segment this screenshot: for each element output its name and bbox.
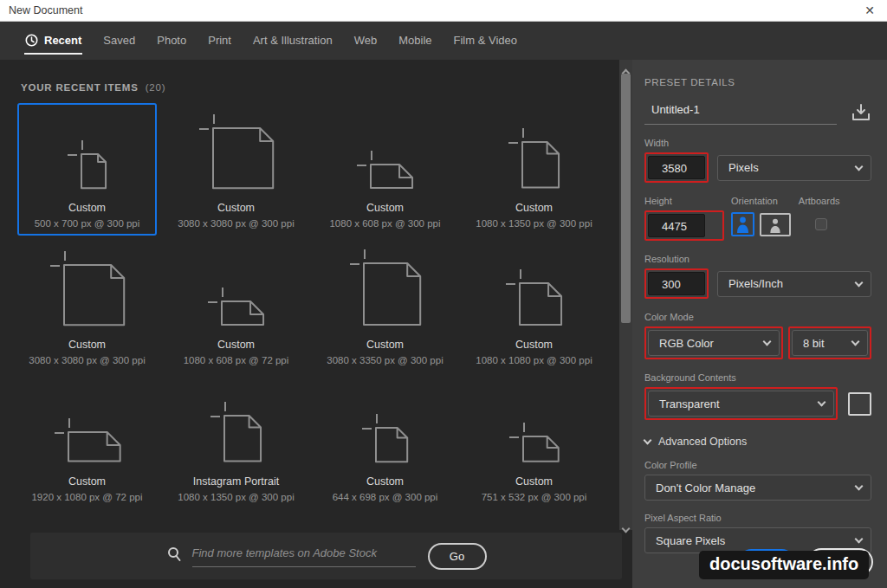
- category-tab[interactable]: Art & Illustration: [252, 27, 333, 55]
- preset-tile[interactable]: Custom 3080 x 3080 px @ 300 ppi: [17, 240, 157, 372]
- watermark-text: docusoftware.info: [709, 554, 858, 573]
- category-tab[interactable]: Recent: [24, 27, 82, 55]
- chevron-down-icon: [855, 162, 864, 171]
- color-mode-highlight-box: RGB Color: [644, 326, 783, 359]
- preset-dimensions: 644 x 698 px @ 300 ppi: [333, 492, 438, 502]
- title-bar: New Document ✕: [0, 0, 887, 22]
- stock-search-field[interactable]: Find more templates on Adobe Stock: [166, 545, 416, 567]
- document-name-input[interactable]: Untitled-1: [644, 100, 837, 125]
- preset-name: Custom: [515, 339, 553, 351]
- background-contents-label: Background Contents: [644, 372, 871, 383]
- recent-panel: YOUR RECENT ITEMS (20) Custom 500 x 700 …: [0, 60, 632, 588]
- width-unit-value: Pixels: [728, 161, 759, 174]
- category-tab[interactable]: Print: [207, 27, 232, 55]
- advanced-options-label: Advanced Options: [658, 436, 747, 448]
- preset-dimensions: 500 x 700 px @ 300 ppi: [35, 218, 140, 229]
- width-label: Width: [644, 138, 871, 148]
- preset-name: Custom: [366, 475, 404, 488]
- preset-dimensions: 1080 x 608 px @ 300 ppi: [329, 218, 440, 229]
- preset-dimensions: 1080 x 608 px @ 72 ppi: [184, 355, 289, 365]
- recent-scroll-region: YOUR RECENT ITEMS (20) Custom 500 x 700 …: [0, 60, 632, 530]
- width-input[interactable]: 3580: [648, 156, 705, 179]
- document-preset-icon: [64, 112, 109, 191]
- document-preset-icon: [196, 112, 276, 191]
- color-mode-select[interactable]: RGB Color: [648, 330, 780, 356]
- resolution-unit-value: Pixels/Inch: [728, 277, 783, 290]
- preset-details-panel: PRESET DETAILS Untitled-1 Width 3580 Pix…: [632, 60, 887, 588]
- height-label: Height: [644, 196, 724, 206]
- preset-tile[interactable]: Custom 1920 x 1080 px @ 72 ppi: [17, 377, 157, 509]
- preset-tile[interactable]: Custom 1080 x 1350 px @ 300 ppi: [464, 103, 604, 236]
- advanced-options-toggle[interactable]: Advanced Options: [644, 436, 871, 448]
- preset-tile[interactable]: Custom 1080 x 608 px @ 72 ppi: [166, 240, 306, 372]
- chevron-down-icon: [763, 338, 772, 346]
- category-tab[interactable]: Photo: [156, 27, 187, 55]
- document-preset-icon: [47, 249, 127, 328]
- chevron-down-icon: [818, 398, 826, 407]
- preset-dimensions: 3080 x 3080 px @ 300 ppi: [178, 218, 294, 229]
- resolution-input[interactable]: 300: [648, 272, 705, 295]
- category-tab-label: Web: [354, 34, 378, 47]
- category-tab-label: Saved: [103, 34, 135, 47]
- preset-name: Custom: [68, 339, 106, 351]
- resolution-unit-select[interactable]: Pixels/Inch: [717, 271, 871, 297]
- preset-tile[interactable]: Custom 644 x 698 px @ 300 ppi: [315, 377, 455, 509]
- document-preset-icon: [505, 112, 562, 191]
- color-profile-value: Don't Color Manage: [656, 481, 755, 494]
- preset-tile[interactable]: Custom 751 x 532 px @ 300 ppi: [464, 377, 604, 509]
- category-tab[interactable]: Film & Video: [453, 27, 518, 55]
- color-profile-label: Color Profile: [644, 460, 871, 470]
- preset-tile[interactable]: Custom 3080 x 3080 px @ 300 ppi: [166, 103, 306, 236]
- category-tab-label: Recent: [44, 34, 81, 47]
- stock-search-strip: Find more templates on Adobe Stock Go: [30, 533, 622, 579]
- preset-name: Custom: [68, 475, 106, 488]
- category-tab[interactable]: Web: [353, 27, 379, 55]
- artboards-checkbox[interactable]: [815, 218, 827, 230]
- scroll-up-icon[interactable]: [623, 64, 629, 70]
- preset-tile[interactable]: Instagram Portrait 1080 x 1350 px @ 300 …: [166, 377, 306, 509]
- scrollbar-thumb[interactable]: [621, 74, 631, 323]
- preset-name: Custom: [515, 475, 553, 488]
- category-tab[interactable]: Saved: [102, 27, 136, 55]
- window-title: New Document: [9, 4, 82, 16]
- pixel-aspect-ratio-value: Square Pixels: [656, 534, 725, 547]
- document-preset-icon: [502, 249, 565, 328]
- chevron-down-icon: [855, 482, 864, 491]
- artboards-label: Artboards: [799, 196, 840, 206]
- width-unit-select[interactable]: Pixels: [717, 155, 871, 181]
- preset-details-header: PRESET DETAILS: [644, 77, 871, 87]
- category-tab-label: Print: [208, 34, 231, 47]
- new-document-dialog: New Document ✕ Recent S: [0, 0, 887, 588]
- search-placeholder: Find more templates on Adobe Stock: [192, 546, 377, 559]
- document-preset-icon: [51, 385, 124, 465]
- background-color-swatch[interactable]: [848, 392, 871, 416]
- background-contents-select[interactable]: Transparent: [648, 391, 834, 417]
- orientation-landscape-icon[interactable]: [760, 213, 791, 236]
- preset-name: Custom: [68, 202, 106, 214]
- document-preset-icon: [207, 385, 264, 465]
- preset-dimensions: 3080 x 3350 px @ 300 ppi: [327, 355, 443, 365]
- document-preset-icon: [353, 112, 416, 191]
- category-tab-label: Film & Video: [454, 34, 517, 47]
- save-preset-icon[interactable]: [851, 103, 871, 122]
- scroll-down-icon[interactable]: [623, 520, 629, 526]
- go-button[interactable]: Go: [428, 543, 487, 570]
- chevron-down-icon: [644, 436, 652, 445]
- height-input[interactable]: 4475: [648, 214, 705, 237]
- category-tab[interactable]: Mobile: [398, 27, 432, 55]
- preset-tile[interactable]: Custom 3080 x 3350 px @ 300 ppi: [315, 240, 455, 372]
- bit-depth-select[interactable]: 8 bit: [792, 330, 868, 356]
- category-tab-label: Art & Illustration: [253, 34, 333, 47]
- preset-tile[interactable]: Custom 1080 x 608 px @ 300 ppi: [315, 103, 455, 236]
- preset-tile[interactable]: Custom 1080 x 1080 px @ 300 ppi: [464, 240, 604, 372]
- clock-icon: [25, 34, 38, 47]
- orientation-portrait-icon[interactable]: [731, 212, 754, 236]
- preset-tile[interactable]: Custom 500 x 700 px @ 300 ppi: [17, 103, 157, 236]
- preset-name: Custom: [217, 202, 255, 214]
- color-profile-select[interactable]: Don't Color Manage: [644, 475, 871, 501]
- recent-items-count: (20): [146, 82, 166, 93]
- preset-dimensions: 3080 x 3080 px @ 300 ppi: [29, 355, 145, 365]
- category-tab-label: Photo: [157, 34, 186, 47]
- window-close-icon[interactable]: ✕: [861, 4, 878, 16]
- vertical-scrollbar[interactable]: [619, 60, 632, 530]
